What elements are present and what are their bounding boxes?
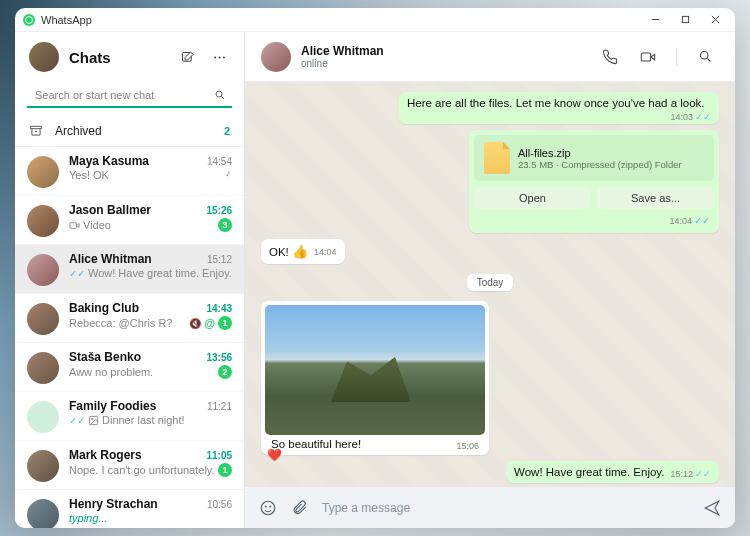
photo-thumbnail[interactable] bbox=[265, 305, 485, 435]
chat-name: Jason Ballmer bbox=[69, 203, 151, 217]
chat-item[interactable]: Staša Benko13:56Aww no problem.2 bbox=[15, 343, 244, 392]
minimize-button[interactable] bbox=[643, 11, 667, 29]
chat-item[interactable]: Maya Kasuma14:54Yes! OK bbox=[15, 147, 244, 196]
chat-name: Staša Benko bbox=[69, 350, 141, 364]
more-icon[interactable] bbox=[208, 46, 230, 68]
sidebar-title: Chats bbox=[69, 49, 111, 66]
chat-time: 11:21 bbox=[207, 401, 232, 412]
voice-call-icon[interactable] bbox=[596, 43, 624, 71]
muted-icon: 🔇 bbox=[189, 318, 201, 329]
titlebar: WhatsApp bbox=[15, 8, 735, 32]
day-chip: Today bbox=[467, 274, 514, 291]
read-check-icon: ✓✓ bbox=[69, 268, 85, 279]
svg-point-7 bbox=[222, 56, 224, 58]
chat-item[interactable]: Mark Rogers11:05Nope. I can't go unfortu… bbox=[15, 441, 244, 490]
read-check-icon: ✓✓ bbox=[694, 215, 710, 226]
read-check-icon: ✓✓ bbox=[695, 112, 711, 122]
chat-item[interactable]: Henry Strachan10:56typing... bbox=[15, 490, 244, 528]
chat-time: 14:43 bbox=[206, 303, 232, 314]
chat-preview: Yes! OK bbox=[69, 169, 109, 181]
message-out[interactable]: Wow! Have great time. Enjoy. 15:12 ✓✓ bbox=[506, 461, 719, 483]
chat-name: Baking Club bbox=[69, 301, 139, 315]
open-file-button[interactable]: Open bbox=[474, 187, 591, 209]
emoji-icon[interactable] bbox=[259, 499, 277, 517]
composer bbox=[245, 486, 735, 528]
message-input[interactable] bbox=[322, 501, 689, 515]
svg-rect-11 bbox=[70, 222, 76, 228]
image-icon bbox=[88, 415, 99, 426]
chat-pane: Alice Whitman online Here are all the fi… bbox=[245, 32, 735, 528]
chat-avatar bbox=[27, 156, 59, 188]
chat-avatar bbox=[27, 352, 59, 384]
chat-preview: ✓✓Dinner last night! bbox=[69, 414, 185, 426]
chat-preview: Aww no problem. bbox=[69, 366, 153, 378]
header-search-icon[interactable] bbox=[691, 43, 719, 71]
archive-icon bbox=[29, 124, 43, 138]
read-check-icon: ✓✓ bbox=[695, 469, 711, 479]
mention-icon: @ bbox=[204, 317, 215, 329]
chat-header: Alice Whitman online bbox=[245, 32, 735, 82]
search-input[interactable] bbox=[33, 87, 214, 103]
svg-line-9 bbox=[222, 97, 225, 100]
chat-preview: Rebecca: @Chris R? bbox=[69, 317, 172, 329]
chat-time: 15:26 bbox=[206, 205, 232, 216]
close-button[interactable] bbox=[703, 11, 727, 29]
chat-time: 13:56 bbox=[206, 352, 232, 363]
chat-item[interactable]: Jason Ballmer15:26Video3 bbox=[15, 196, 244, 245]
chat-list: Maya Kasuma14:54Yes! OKJason Ballmer15:2… bbox=[15, 147, 244, 528]
svg-point-19 bbox=[270, 506, 271, 507]
camera-icon bbox=[69, 220, 80, 231]
svg-point-17 bbox=[261, 501, 275, 515]
message-in[interactable]: OK! 👍 14:04 bbox=[261, 239, 345, 264]
chat-time: 10:56 bbox=[207, 499, 232, 510]
chat-preview: Nope. I can't go unfortunately. bbox=[69, 464, 215, 476]
chat-item[interactable]: Family Foodies11:21✓✓Dinner last night! bbox=[15, 392, 244, 441]
archived-count: 2 bbox=[224, 125, 230, 137]
chat-name: Mark Rogers bbox=[69, 448, 142, 462]
chat-preview: typing... bbox=[69, 512, 108, 524]
contact-status: online bbox=[301, 58, 384, 69]
save-file-button[interactable]: Save as... bbox=[597, 187, 714, 209]
attachment-message[interactable]: All-files.zip 23.5 MB · Compressed (zipp… bbox=[469, 130, 719, 233]
photo-message[interactable]: So beautiful here! 15:06 ❤️ bbox=[261, 301, 489, 455]
pin-icon bbox=[222, 170, 232, 180]
contact-avatar[interactable] bbox=[261, 42, 291, 72]
unread-badge: 1 bbox=[218, 463, 232, 477]
send-icon[interactable] bbox=[703, 499, 721, 517]
search-bar[interactable] bbox=[27, 84, 232, 108]
video-call-icon[interactable] bbox=[634, 43, 662, 71]
svg-point-18 bbox=[265, 506, 266, 507]
file-name: All-files.zip bbox=[518, 147, 682, 159]
attach-icon[interactable] bbox=[291, 499, 308, 516]
chat-time: 14:54 bbox=[207, 156, 232, 167]
svg-point-13 bbox=[91, 418, 93, 420]
chat-item[interactable]: Alice Whitman15:12✓✓Wow! Have great time… bbox=[15, 245, 244, 294]
archived-row[interactable]: Archived 2 bbox=[15, 116, 244, 147]
message-out[interactable]: Here are all the files. Let me know once… bbox=[399, 92, 719, 124]
chat-avatar bbox=[27, 205, 59, 237]
file-meta: 23.5 MB · Compressed (zipped) Folder bbox=[518, 159, 682, 170]
chat-avatar bbox=[27, 401, 59, 433]
self-avatar[interactable] bbox=[29, 42, 59, 72]
heart-reaction-icon[interactable]: ❤️ bbox=[267, 448, 282, 462]
svg-point-5 bbox=[214, 56, 216, 58]
chat-name: Maya Kasuma bbox=[69, 154, 149, 168]
file-row: All-files.zip 23.5 MB · Compressed (zipp… bbox=[474, 135, 714, 181]
chat-avatar bbox=[27, 450, 59, 482]
contact-name: Alice Whitman bbox=[301, 44, 384, 58]
app-window: WhatsApp Chats bbox=[15, 8, 735, 528]
chat-item[interactable]: Baking Club14:43Rebecca: @Chris R?🔇@1 bbox=[15, 294, 244, 343]
chat-preview: Video bbox=[69, 219, 111, 231]
unread-badge: 3 bbox=[218, 218, 232, 232]
svg-rect-10 bbox=[31, 126, 42, 128]
chat-time: 15:12 bbox=[207, 254, 232, 265]
svg-rect-14 bbox=[641, 53, 650, 61]
maximize-button[interactable] bbox=[673, 11, 697, 29]
chat-avatar bbox=[27, 254, 59, 286]
svg-rect-1 bbox=[682, 16, 688, 22]
thumbs-up-icon: 👍 bbox=[292, 244, 308, 259]
compose-icon[interactable] bbox=[176, 46, 198, 68]
message-list: Here are all the files. Let me know once… bbox=[245, 82, 735, 486]
chat-avatar bbox=[27, 303, 59, 335]
sidebar: Chats Archived 2 Maya Kasu bbox=[15, 32, 245, 528]
